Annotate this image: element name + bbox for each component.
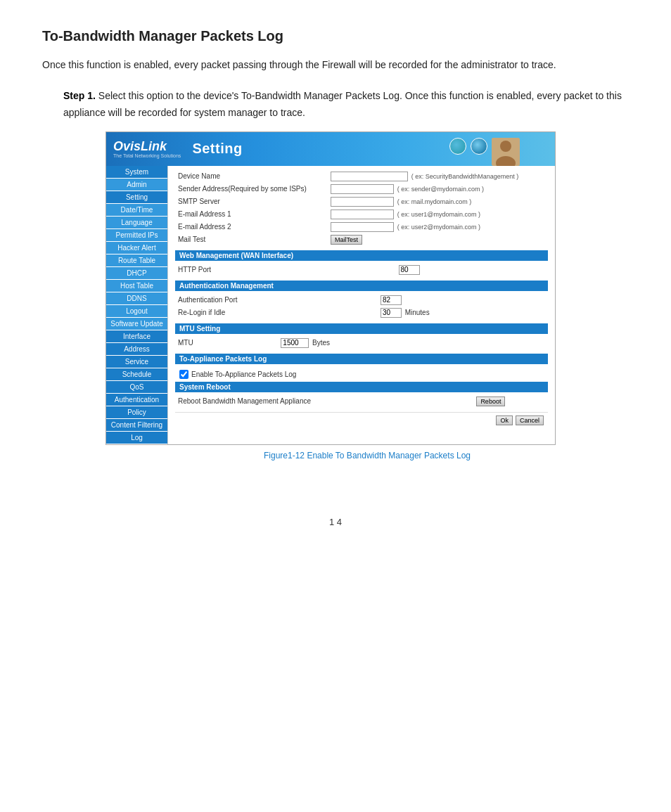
- sidebar-item-qos[interactable]: QoS: [106, 381, 167, 394]
- field-label-device-name: Device Name: [175, 170, 328, 183]
- email2-input[interactable]: [331, 222, 394, 232]
- figure-caption: Figure1-12 Enable To Bandwidth Manager P…: [106, 451, 629, 460]
- reboot-table: Reboot Bandwidth Management Appliance Re…: [175, 395, 548, 408]
- field-label-mtu: MTU: [175, 337, 278, 349]
- sender-note: ( ex: sender@mydomain.com ): [396, 186, 484, 193]
- sidebar-item-address[interactable]: Address: [106, 343, 167, 356]
- svg-point-1: [500, 141, 511, 152]
- ovis-header: OvisLinkThe Total Networking Solutions S…: [106, 132, 555, 166]
- smtp-note: ( ex: mail.mydomain.com ): [396, 198, 472, 205]
- cancel-button[interactable]: Cancel: [516, 415, 544, 425]
- table-row: Re-Login if Idle Minutes: [175, 307, 548, 319]
- appliance-log-row: Enable To-Appliance Packets Log: [175, 367, 548, 382]
- table-row: MTU Bytes: [175, 337, 548, 349]
- sidebar-item-permitted-ips[interactable]: Permitted IPs: [106, 229, 167, 242]
- sidebar-item-language[interactable]: Language: [106, 217, 167, 229]
- sidebar-item-schedule[interactable]: Schedule: [106, 368, 167, 381]
- sidebar-item-hacker-alert[interactable]: Hacker Alert: [106, 242, 167, 254]
- email1-input[interactable]: [331, 210, 394, 219]
- sidebar-item-content-filtering[interactable]: Content Filtering: [106, 419, 167, 432]
- table-row: Device Name ( ex: SecurityBandwidthManag…: [175, 170, 548, 183]
- sidebar-item-route-table[interactable]: Route Table: [106, 254, 167, 267]
- mtu-input[interactable]: [281, 338, 309, 348]
- sidebar-item-policy[interactable]: Policy: [106, 406, 167, 419]
- section-system-reboot: System Reboot: [175, 382, 548, 392]
- step1-bold-text: To-Bandwidth Manager Packets Log.: [241, 90, 402, 101]
- device-name-note: ( ex: SecurityBandwidthManagement ): [410, 173, 519, 180]
- field-label-email2: E-mail Address 2: [175, 221, 328, 233]
- field-value-http-port: [396, 264, 548, 276]
- enable-appliance-log-text: Enable To-Appliance Packets Log: [191, 370, 296, 378]
- reboot-button[interactable]: Reboot: [476, 397, 505, 406]
- section-auth-management: Authentication Management: [175, 281, 548, 291]
- field-value-relogin: Minutes: [378, 307, 548, 319]
- section-mtu: MTU Setting: [175, 323, 548, 334]
- field-value-sender: ( ex: sender@mydomain.com ): [328, 183, 548, 195]
- field-value-smtp: ( ex: mail.mydomain.com ): [328, 195, 548, 208]
- table-row: E-mail Address 1 ( ex: user1@mydomain.co…: [175, 208, 548, 221]
- field-value-reboot: Reboot: [473, 395, 548, 408]
- field-value-email2: ( ex: user2@mydomain.com ): [328, 221, 548, 233]
- page-number: 1 4: [42, 517, 629, 527]
- table-row: SMTP Server ( ex: mail.mydomain.com ): [175, 195, 548, 208]
- section-appliance-log: To-Appliance Packets Log: [175, 354, 548, 364]
- sidebar-item-service[interactable]: Service: [106, 356, 167, 368]
- smtp-input[interactable]: [331, 197, 394, 207]
- relogin-input[interactable]: [381, 308, 402, 318]
- sidebar-scroll: System Admin Setting Date/Time Language …: [106, 166, 167, 444]
- sidebar-item-software-update[interactable]: Software Update: [106, 318, 167, 330]
- table-row: Sender Address(Required by some ISPs) ( …: [175, 183, 548, 195]
- email2-note: ( ex: user2@mydomain.com ): [396, 224, 480, 231]
- sidebar: System Admin Setting Date/Time Language …: [106, 166, 168, 444]
- sidebar-item-datetime[interactable]: Date/Time: [106, 204, 167, 217]
- sidebar-item-dhcp[interactable]: DHCP: [106, 267, 167, 280]
- field-value-email1: ( ex: user1@mydomain.com ): [328, 208, 548, 221]
- ovis-icons: [449, 138, 520, 166]
- web-mgmt-table: HTTP Port: [175, 264, 548, 276]
- field-label-http-port: HTTP Port: [175, 264, 396, 276]
- auth-port-input[interactable]: [381, 295, 402, 305]
- sidebar-item-system[interactable]: System: [106, 166, 167, 179]
- main-area: System Admin Setting Date/Time Language …: [106, 166, 555, 444]
- ovis-logo: OvisLinkThe Total Networking Solutions: [113, 140, 181, 158]
- field-label-smtp: SMTP Server: [175, 195, 328, 208]
- sidebar-item-admin[interactable]: Admin: [106, 179, 167, 191]
- globe-icon-1: [449, 138, 466, 155]
- globe-icon-2: [471, 138, 487, 155]
- ovis-logo-text: OvisLinkThe Total Networking Solutions: [113, 140, 181, 158]
- mtu-note: Bytes: [311, 339, 330, 347]
- table-row: Reboot Bandwidth Management Appliance Re…: [175, 395, 548, 408]
- device-name-input[interactable]: [331, 172, 408, 181]
- sidebar-item-interface[interactable]: Interface: [106, 330, 167, 343]
- table-row: HTTP Port: [175, 264, 548, 276]
- sidebar-item-log[interactable]: Log: [106, 432, 167, 444]
- table-row: E-mail Address 2 ( ex: user2@mydomain.co…: [175, 221, 548, 233]
- auth-mgmt-table: Authentication Port Re-Login if Idle Min…: [175, 294, 548, 319]
- step1-text-before: Select this option to the device's: [98, 90, 241, 101]
- sidebar-item-ddns[interactable]: DDNS: [106, 292, 167, 305]
- screenshot: OvisLinkThe Total Networking Solutions S…: [106, 131, 556, 445]
- sidebar-item-setting[interactable]: Setting: [106, 191, 167, 204]
- intro-text: Once this function is enabled, every pac…: [42, 57, 629, 72]
- person-photo: [492, 138, 520, 166]
- sidebar-item-host-table[interactable]: Host Table: [106, 280, 167, 292]
- mailtest-button[interactable]: MailTest: [331, 235, 362, 245]
- http-port-input[interactable]: [399, 265, 420, 275]
- field-label-reboot: Reboot Bandwidth Management Appliance: [175, 395, 473, 408]
- sidebar-item-authentication[interactable]: Authentication: [106, 394, 167, 406]
- enable-appliance-log-checkbox[interactable]: [179, 370, 188, 379]
- field-label-mailtest: Mail Test: [175, 233, 328, 246]
- field-value-mailtest: MailTest: [328, 233, 548, 246]
- field-value-mtu: Bytes: [278, 337, 548, 349]
- field-value-device-name: ( ex: SecurityBandwidthManagement ): [328, 170, 548, 183]
- sender-address-input[interactable]: [331, 184, 394, 194]
- relogin-note: Minutes: [404, 309, 430, 316]
- sidebar-item-logout[interactable]: Logout: [106, 305, 167, 318]
- enable-appliance-log-label[interactable]: Enable To-Appliance Packets Log: [179, 370, 544, 379]
- ovis-setting-label: Setting: [192, 141, 242, 157]
- field-label-relogin: Re-Login if Idle: [175, 307, 378, 319]
- page-title: To-Bandwidth Manager Packets Log: [42, 28, 629, 44]
- field-value-auth-port: [378, 294, 548, 307]
- email1-note: ( ex: user1@mydomain.com ): [396, 211, 480, 218]
- ok-button[interactable]: Ok: [496, 415, 513, 425]
